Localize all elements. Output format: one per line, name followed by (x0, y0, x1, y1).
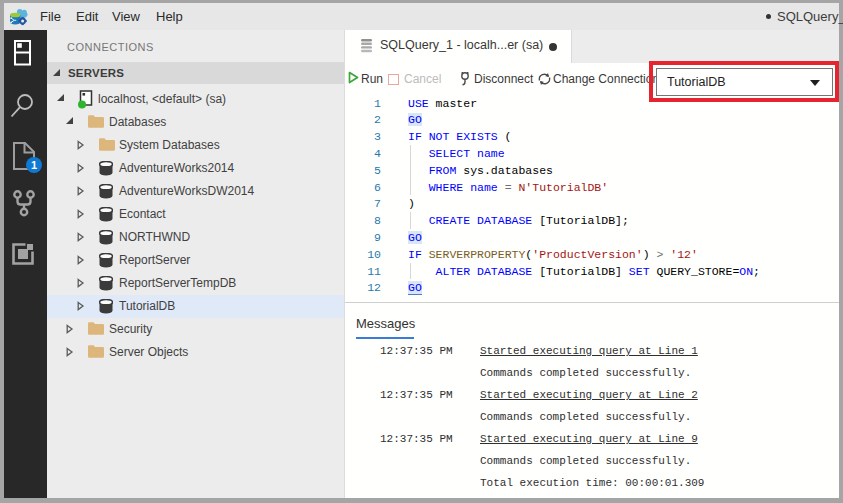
svg-text:1: 1 (31, 159, 37, 171)
